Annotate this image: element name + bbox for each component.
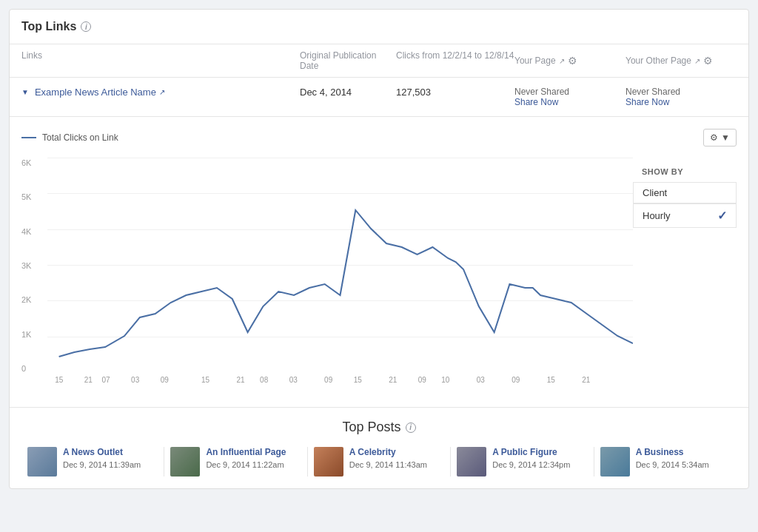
y-axis: 0 1K 2K 3K 4K 5K 6K: [21, 158, 47, 373]
pub-date-label: Original Publication Date: [300, 50, 396, 71]
post-date-2: Dec 9, 2014 11:43am: [349, 460, 427, 469]
x-label-09c: 09: [418, 376, 426, 384]
y-label-3k: 3K: [21, 261, 44, 270]
y-label-6k: 6K: [21, 158, 44, 167]
show-by-panel: SHOW BY Client Hourly ✓: [633, 158, 737, 395]
x-label-09a: 09: [161, 376, 169, 384]
other-page-status: Never Shared: [625, 87, 737, 97]
other-page-status-col: Never Shared Share Now: [625, 87, 737, 107]
top-links-header: Top Links i: [10, 10, 748, 44]
chart-section: Total Clicks on Link ⚙ ▼ 0 1K 2K 3K 4K 5…: [10, 117, 748, 407]
x-label-15b: 15: [201, 376, 209, 384]
col-header-links: Links: [21, 50, 300, 71]
top-links-info-icon[interactable]: i: [81, 21, 91, 32]
col-header-clicks: Clicks from 12/2/14 to 12/8/14: [396, 50, 514, 71]
post-item-1: An Influential Page Dec 9, 2014 11:22am: [164, 447, 307, 477]
your-page-label: Your Page: [514, 55, 556, 66]
show-by-hourly-label: Hourly: [643, 210, 671, 221]
show-by-hourly-check-icon: ✓: [717, 209, 727, 223]
table-header: Links Original Publication Date Clicks f…: [10, 44, 748, 78]
chart-gear-button[interactable]: ⚙ ▼: [703, 129, 737, 147]
legend-line-icon: [21, 137, 36, 138]
post-item-0: A News Outlet Dec 9, 2014 11:39am: [21, 447, 164, 477]
show-by-client[interactable]: Client: [633, 182, 737, 203]
x-label-03b: 03: [289, 376, 298, 384]
post-item-3: A Public Figure Dec 9, 2014 12:34pm: [451, 447, 594, 477]
top-posts-info-icon[interactable]: i: [406, 422, 416, 433]
post-date-4: Dec 9, 2014 5:34am: [636, 460, 709, 469]
chart-area: 0 1K 2K 3K 4K 5K 6K: [21, 158, 633, 395]
article-name: Example News Article Name: [35, 87, 156, 98]
chart-legend-label: Total Clicks on Link: [42, 132, 118, 143]
posts-grid: A News Outlet Dec 9, 2014 11:39am An Inf…: [21, 447, 737, 477]
x-label-21c: 21: [389, 376, 397, 384]
show-by-client-label: Client: [643, 187, 667, 198]
clicks-col: 127,503: [396, 87, 514, 98]
y-label-2k: 2K: [21, 295, 44, 304]
chart-legend: Total Clicks on Link: [21, 132, 118, 143]
x-label-08: 08: [260, 376, 268, 384]
post-name-1[interactable]: An Influential Page: [206, 447, 301, 457]
other-page-label: Your Other Page: [625, 55, 691, 66]
x-label-15c: 15: [354, 376, 362, 384]
chart-container: 0 1K 2K 3K 4K 5K 6K: [21, 158, 737, 395]
post-thumb-4: [600, 447, 630, 477]
article-external-icon: ↗: [159, 88, 165, 96]
other-page-external-icon: ↗: [694, 57, 700, 65]
x-label-10: 10: [441, 376, 449, 384]
chart-dropdown-arrow: ▼: [721, 132, 730, 143]
article-name-col: ▼ Example News Article Name ↗: [21, 87, 300, 98]
other-page-gear-icon[interactable]: ⚙: [703, 55, 713, 67]
post-name-3[interactable]: A Public Figure: [492, 447, 587, 457]
top-posts-title-text: Top Posts: [342, 420, 400, 435]
chart-header: Total Clicks on Link ⚙ ▼: [21, 129, 737, 147]
x-label-09d: 09: [512, 376, 520, 384]
x-label-21d: 21: [582, 376, 590, 384]
your-page-external-icon: ↗: [559, 57, 565, 65]
expand-arrow-icon: ▼: [21, 88, 29, 96]
x-axis: 15 21 07 03 09 15 21 08 03 09 15 21 09 1…: [47, 373, 633, 395]
y-label-1k: 1K: [21, 330, 44, 339]
post-thumb-0: [27, 447, 57, 477]
chart-svg: [47, 158, 633, 373]
post-info-0: A News Outlet Dec 9, 2014 11:39am: [63, 447, 158, 470]
pub-date-value: Dec 4, 2014: [300, 87, 396, 98]
post-thumb-2: [314, 447, 343, 477]
table-row: ▼ Example News Article Name ↗ Dec 4, 201…: [10, 78, 748, 117]
article-link[interactable]: ▼ Example News Article Name ↗: [21, 87, 300, 98]
x-label-21b: 21: [236, 376, 244, 384]
x-label-07: 07: [102, 376, 110, 384]
chart-controls[interactable]: ⚙ ▼: [703, 129, 737, 147]
col-header-pub-date: Original Publication Date: [300, 50, 396, 71]
post-name-0[interactable]: A News Outlet: [63, 447, 158, 457]
show-by-hourly[interactable]: Hourly ✓: [633, 203, 737, 228]
clicks-label: Clicks from 12/2/14 to 12/8/14: [396, 50, 514, 61]
other-page-share-now[interactable]: Share Now: [625, 97, 737, 107]
post-thumb-1: [170, 447, 200, 477]
clicks-value: 127,503: [396, 87, 514, 98]
post-info-1: An Influential Page Dec 9, 2014 11:22am: [206, 447, 301, 470]
post-info-4: A Business Dec 9, 2014 5:34am: [636, 447, 731, 470]
x-label-03c: 03: [477, 376, 485, 384]
x-label-09b: 09: [324, 376, 332, 384]
post-name-4[interactable]: A Business: [636, 447, 731, 457]
post-date-3: Dec 9, 2014 12:34pm: [492, 460, 570, 469]
links-label: Links: [21, 50, 42, 61]
your-page-gear-icon[interactable]: ⚙: [568, 55, 577, 67]
your-page-share-now[interactable]: Share Now: [514, 97, 625, 107]
post-info-2: A Celebrity Dec 9, 2014 11:43am: [349, 447, 444, 470]
post-item-4: A Business Dec 9, 2014 5:34am: [594, 447, 737, 477]
post-info-3: A Public Figure Dec 9, 2014 12:34pm: [492, 447, 587, 470]
col-header-other-page: Your Other Page ↗ ⚙: [625, 50, 737, 71]
post-date-0: Dec 9, 2014 11:39am: [63, 460, 141, 469]
col-header-your-page: Your Page ↗ ⚙: [514, 50, 625, 71]
x-label-21a: 21: [84, 376, 93, 384]
x-label-03a: 03: [131, 376, 139, 384]
top-links-title: Top Links: [21, 20, 76, 33]
chart-gear-icon: ⚙: [710, 132, 718, 143]
post-item-2: A Celebrity Dec 9, 2014 11:43am: [308, 447, 451, 477]
post-thumb-3: [457, 447, 486, 477]
post-name-2[interactable]: A Celebrity: [349, 447, 444, 457]
top-posts-section: Top Posts i A News Outlet Dec 9, 2014 11…: [10, 407, 748, 488]
x-label-15d: 15: [547, 376, 555, 384]
